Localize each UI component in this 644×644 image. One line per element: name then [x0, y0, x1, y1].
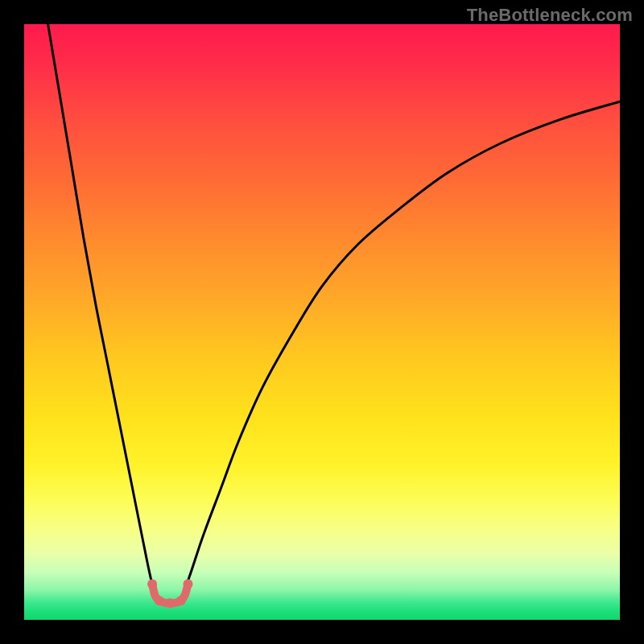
watermark-text: TheBottleneck.com: [467, 5, 633, 26]
chart-area: [24, 24, 620, 620]
series-layer: [48, 24, 620, 603]
marker-dot: [176, 596, 186, 605]
series-right-curve: [181, 101, 620, 601]
chart-svg: [24, 24, 620, 620]
series-left-curve: [48, 24, 159, 601]
marker-dot: [184, 580, 193, 589]
marker-dot: [155, 596, 164, 605]
marker-dot: [147, 580, 157, 589]
marker-dot: [165, 598, 175, 608]
